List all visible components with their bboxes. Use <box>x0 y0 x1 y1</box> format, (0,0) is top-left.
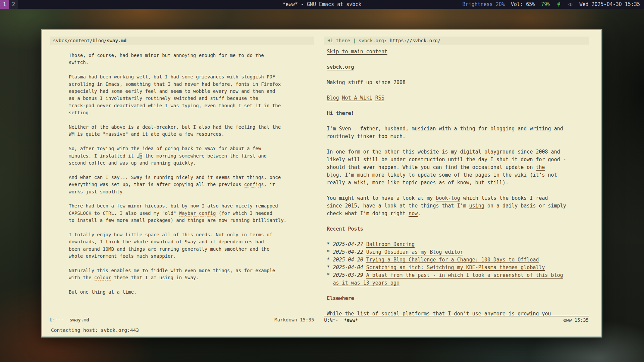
text-segment: WM is quite "massive" and it ate quite a… <box>69 131 224 137</box>
eww-link[interactable]: Using Obsidian as my Blog editor <box>366 249 463 255</box>
text-segment: Neither of the above is a deal-breaker, … <box>69 124 281 130</box>
eww-link[interactable]: wiki <box>515 172 527 178</box>
text-line: scrolling in Emacs, something that I had… <box>69 81 314 88</box>
blank-line <box>327 71 595 79</box>
text-segment: (it’s not <box>527 172 557 178</box>
eww-link[interactable]: Blog <box>327 95 339 101</box>
text-line: And what can I say... Sway is running ni… <box>69 174 314 181</box>
text-segment: But one thing at a time. <box>69 289 137 295</box>
text-line: to install a few more small packages) an… <box>69 217 314 224</box>
eww-link[interactable]: Trying a Blog Challenge for a Change: 10… <box>366 257 539 263</box>
eww-link[interactable]: Not A Wiki <box>342 95 372 101</box>
text-line: Skip to main content <box>327 48 595 56</box>
sway-status-bar: 1 2 *eww* - GNU Emacs at svbck Brightnes… <box>0 0 644 9</box>
text-line: * 2025-04-22 Using Obsidian as my Blog e… <box>327 248 595 256</box>
eww-buffer-window: Hi there | svbck.org: https://svbck.org/… <box>322 30 601 324</box>
text-segment: So, after toying with the idea of going … <box>69 146 261 151</box>
text-segment: Hi there! <box>327 110 354 116</box>
eww-link[interactable]: book-log <box>436 195 460 201</box>
text-line: You might want to have a look at my book… <box>327 194 595 202</box>
text-segment <box>327 280 333 286</box>
workspace-button-2[interactable]: 2 <box>9 0 18 9</box>
echo-area: Contacting host: svbck.org:443 <box>42 324 601 337</box>
text-segment <box>372 95 375 101</box>
text-line: Plasma had been working well, but I had … <box>69 73 314 80</box>
text-segment: theme that I am using in Sway. <box>111 275 199 280</box>
text-line: routinely tinker too much. <box>327 133 595 140</box>
markdown-paragraph: Plasma had been working well, but I had … <box>69 73 314 116</box>
text-segment: second coffee and was up and running qui… <box>69 160 196 166</box>
text-segment: colour <box>94 275 111 280</box>
blank-line <box>327 218 595 225</box>
eww-link[interactable]: A blast from the past - in which I took … <box>366 272 563 278</box>
blank-line <box>327 117 595 125</box>
eww-link[interactable]: svbck.org <box>327 64 354 70</box>
text-segment: on a daily basis or simply <box>484 203 566 209</box>
file-name: sway.md <box>107 38 126 43</box>
text-segment: should that ever happen. While you can f… <box>327 164 536 170</box>
text-segment: Naturally this enables me to fiddle with… <box>69 268 275 273</box>
text-segment: likely will still be under construction … <box>327 157 566 163</box>
eww-link[interactable]: Ballroom Dancing <box>366 241 415 247</box>
wifi-icon <box>568 2 573 7</box>
text-line: There had been a few minor hiccups, but … <box>69 202 314 209</box>
text-line: everything was set up, that is after cop… <box>69 181 314 188</box>
mode-line-right: eww 15:35 <box>563 317 589 323</box>
text-segment: since 2015, have a look at the things th… <box>327 203 469 209</box>
text-line: as it was 13 years ago <box>327 279 595 287</box>
eww-link[interactable]: now <box>409 210 418 217</box>
text-cursor: n <box>140 153 142 159</box>
text-segment: * <box>327 241 333 247</box>
markdown-paragraph: Those, of course, had been minor but ann… <box>69 52 314 66</box>
text-line: check what I’m doing right now. <box>327 210 595 218</box>
status-indicators: Brightness 20% Vol: 65% 79% Wed 2025-04-… <box>463 1 644 7</box>
eww-link[interactable]: Skip to main content <box>327 49 387 55</box>
text-line: But one thing at a time. <box>69 289 314 296</box>
text-segment: to install a few more small packages) an… <box>69 218 286 223</box>
eww-link[interactable]: blog <box>327 172 339 178</box>
text-segment: configs <box>244 182 264 187</box>
eww-link[interactable]: RSS <box>375 95 384 101</box>
emacs-frame: svbck/content/blog/sway.md Those, of cou… <box>41 29 602 338</box>
text-line: I totally enjoy how little space all of … <box>69 231 314 238</box>
text-segment: switch. <box>69 60 89 65</box>
mode-line-left: U:--- sway.md <box>50 317 89 322</box>
eww-link[interactable]: as it was 13 years ago <box>333 280 399 286</box>
markdown-buffer-text[interactable]: Those, of course, had been minor but ann… <box>42 45 322 316</box>
blank-line <box>327 287 595 295</box>
workspace-button-1[interactable]: 1 <box>0 0 9 9</box>
text-segment: . <box>418 210 421 217</box>
blank-line <box>327 102 595 110</box>
text-segment: 2025-04-27 <box>333 241 363 247</box>
text-line: Recent Posts <box>327 225 595 233</box>
text-segment: * <box>327 264 333 270</box>
text-segment: I'm Sven - father, husband, musician wit… <box>327 126 563 132</box>
text-segment: 2025-04-04 <box>333 264 363 270</box>
eww-link[interactable]: the <box>536 164 545 170</box>
emacs-windows: svbck/content/blog/sway.md Those, of cou… <box>42 30 601 324</box>
text-segment <box>363 264 366 270</box>
text-line: WM is quite "massive" and it ate quite a… <box>69 131 314 138</box>
text-segment: Making stuff up since 2008 <box>327 79 406 85</box>
text-line: works just smoothly. <box>69 188 314 195</box>
text-segment: And what can I say... Sway is running ni… <box>69 175 281 180</box>
eww-buffer-text[interactable]: Skip to main content svbck.org Making st… <box>322 45 601 316</box>
blank-line <box>327 233 595 241</box>
text-line: Naturally this enables me to fiddle with… <box>69 267 314 274</box>
plug-charging-icon <box>556 2 561 7</box>
text-line: In one form or the other this website is… <box>327 148 595 156</box>
clock: Wed 2025-04-30 15:35 <box>579 1 640 7</box>
text-line: While the list of social platforms that … <box>327 310 595 316</box>
text-segment: Plasma had been working well, but I had … <box>69 74 275 79</box>
text-line: blog, I’m much more likely to update som… <box>327 171 595 179</box>
text-segment: check what I’m doing right <box>327 210 409 217</box>
text-segment: 2025-03-29 <box>333 272 363 278</box>
eww-link[interactable]: using <box>469 203 484 209</box>
mode-line-eww: U:%*- *eww* eww 15:35 <box>324 316 589 324</box>
text-segment: * <box>327 272 333 278</box>
text-line: Those, of course, had been minor but ann… <box>69 52 314 59</box>
text-segment: 2025-04-20 <box>333 257 363 263</box>
text-line: should that ever happen. While you can f… <box>327 164 595 171</box>
text-line: CAPSLOCK to CTRL. I also used my "old" W… <box>69 210 314 217</box>
eww-link[interactable]: Scratching an itch: Switching my KDE-Pla… <box>366 264 545 270</box>
